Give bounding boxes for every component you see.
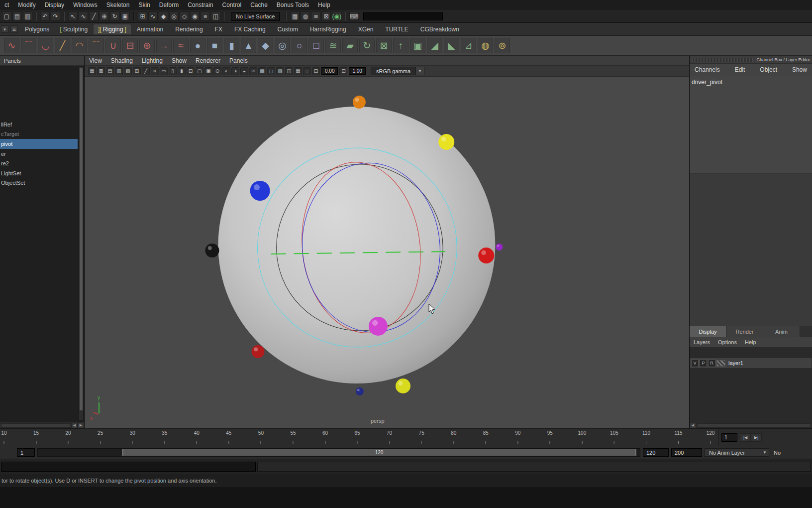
insert-knot-icon[interactable]: ⊕ [139, 38, 155, 53]
scrollbar-thumb[interactable] [80, 68, 83, 410]
shelf-tab[interactable]: FX Caching [228, 24, 272, 34]
shelf-tab[interactable]: FX [209, 24, 228, 34]
shelf-tab[interactable]: Polygons [19, 24, 55, 34]
outliner-item[interactable]: pivot [0, 139, 78, 149]
layer-editor-tab[interactable]: Display [690, 326, 726, 337]
animation-end-field[interactable]: 200 [671, 448, 702, 457]
gamma-icon[interactable]: ⊡ [339, 67, 347, 75]
timeline-tick[interactable]: 75 [419, 429, 424, 446]
outliner-item[interactable]: re2 [0, 158, 78, 168]
timeline-tick[interactable]: 35 [162, 429, 167, 446]
paint-weights-icon[interactable]: ⊚ [495, 38, 510, 53]
outliner-horizontal-scrollbar[interactable]: ◀ ▶ [0, 422, 84, 428]
move-tool-icon[interactable]: ⊕ [100, 11, 109, 21]
layer-playback-toggle[interactable]: P [700, 360, 707, 367]
layer-name[interactable]: layer1 [726, 360, 743, 366]
xray-icon[interactable]: ▨ [276, 67, 284, 75]
birail-icon[interactable]: ⊠ [376, 38, 392, 53]
select-camera-icon[interactable]: ▦ [88, 67, 96, 75]
snap-grid-icon[interactable]: ⊞ [138, 11, 147, 21]
safe-title-icon[interactable]: ▣ [204, 67, 212, 75]
no-live-surface-field[interactable]: No Live Surface [231, 12, 280, 21]
motion-blur-icon[interactable]: ≋ [249, 67, 257, 75]
camera-attributes-icon[interactable]: ▤ [106, 67, 114, 75]
attach-curves-icon[interactable]: ∪ [105, 38, 121, 53]
layer-color-swatch[interactable] [716, 360, 725, 367]
yellow-ball-top-right[interactable] [438, 134, 454, 150]
nurbs-sphere-icon[interactable]: ● [190, 38, 205, 53]
arc-two-point-icon[interactable]: ◠ [72, 38, 87, 53]
character-set-field[interactable]: No [772, 450, 811, 456]
outliner-item[interactable]: llRef [0, 120, 78, 129]
stitch-icon[interactable]: ⊿ [461, 38, 476, 53]
menubar-item[interactable]: Display [40, 1, 69, 8]
undo-icon[interactable]: ↶ [40, 11, 50, 21]
save-scene-icon[interactable]: ▥ [23, 11, 32, 21]
menubar-item[interactable]: ct [0, 1, 13, 8]
chevron-down-icon[interactable]: ▼ [761, 449, 769, 456]
lasso-tool-icon[interactable]: ∿ [79, 11, 88, 21]
shelf-tab[interactable]: TURTLE [379, 24, 414, 34]
layer-editor-menu-item[interactable]: Help [741, 339, 760, 345]
outliner-item[interactable]: ObjectSet [0, 178, 78, 188]
timeline-tick[interactable]: 20 [66, 429, 71, 446]
viewport-menu-item[interactable]: View [85, 57, 106, 64]
nurbs-cone-icon[interactable]: ▲ [241, 38, 256, 53]
offset-curve-icon[interactable]: ≈ [173, 38, 189, 53]
viewport-3d-scene[interactable] [85, 77, 689, 428]
extend-curve-icon[interactable]: → [156, 38, 172, 53]
gate-mask-icon[interactable]: ▮ [178, 67, 186, 75]
ambient-occlusion-icon[interactable]: ◒ [240, 67, 248, 75]
make-live-icon[interactable]: ◉ [190, 11, 200, 21]
two-d-pan-zoom-icon[interactable]: ⊞ [133, 67, 141, 75]
nurbs-plane-icon[interactable]: ◆ [258, 38, 273, 53]
ipr-render-icon[interactable]: ◍ [301, 11, 310, 21]
gamma-field[interactable]: 1.00 [349, 67, 365, 75]
detach-curves-icon[interactable]: ⊟ [122, 38, 138, 53]
menubar-item[interactable]: Help [313, 1, 335, 8]
timeline-tick[interactable]: 70 [387, 429, 392, 446]
timeline-tick[interactable]: 25 [98, 429, 103, 446]
image-plane-icon[interactable]: ▧ [124, 67, 132, 75]
scrollbar-track[interactable] [1, 423, 70, 428]
timeline-tick[interactable]: 90 [515, 429, 520, 446]
nurbs-cube-icon[interactable]: ■ [207, 38, 222, 53]
playback-range-bar[interactable]: 120 [122, 449, 636, 456]
viewport-menu-item[interactable]: Renderer [191, 57, 225, 64]
menubar-item[interactable]: Windows [69, 1, 102, 8]
timeline-tick[interactable]: 110 [642, 429, 650, 446]
cv-curve-tool-icon[interactable]: ∿ [4, 38, 19, 53]
go-to-start-button[interactable]: |◀ [740, 433, 751, 442]
textured-icon[interactable]: ▦ [294, 67, 302, 75]
shelf-tab-selector-icon[interactable]: ▾ [1, 25, 8, 33]
timeline-tick[interactable]: 30 [130, 429, 135, 446]
nurbs-cylinder-icon[interactable]: ▮ [224, 38, 239, 53]
snap-view-plane-icon[interactable]: ◇ [180, 11, 189, 21]
layer-row[interactable]: V P R layer1 [690, 358, 812, 368]
snap-point-icon[interactable]: ◆ [159, 11, 168, 21]
start-frame-field[interactable]: 1 [17, 448, 35, 457]
shelf-tab[interactable]: XGen [352, 24, 380, 34]
exposure-icon[interactable]: ⊡ [312, 67, 320, 75]
default-material-icon[interactable]: ◌ [303, 67, 311, 75]
selected-object-name[interactable]: driver_pivot [692, 79, 722, 86]
timeline-tick[interactable]: 45 [226, 429, 231, 446]
safe-action-icon[interactable]: ▢ [196, 67, 203, 75]
extrude-icon[interactable]: ↑ [393, 38, 408, 53]
layer-editor-menu-item[interactable]: Options [714, 339, 741, 345]
time-slider-track[interactable]: 10 15 20 25 30 [0, 429, 719, 446]
menubar-item[interactable]: Cache [246, 1, 272, 8]
redo-icon[interactable]: ↷ [51, 11, 60, 21]
layer-editor-menu-item[interactable]: Layers [690, 339, 714, 345]
timeline-tick[interactable]: 10 [1, 429, 6, 446]
render-setup-icon[interactable]: (◉) [332, 11, 341, 21]
timeline-tick[interactable]: 80 [451, 429, 456, 446]
new-scene-icon[interactable]: ▢ [2, 11, 11, 21]
menubar-item[interactable]: Skeleton [102, 1, 134, 8]
timeline-tick[interactable]: 60 [322, 429, 328, 446]
playback-end-field[interactable]: 120 [643, 448, 669, 457]
numeric-input-icon[interactable]: ⌨ [349, 11, 359, 21]
outliner-item[interactable]: er [0, 149, 78, 159]
scroll-left-arrow-icon[interactable]: ◀ [690, 423, 696, 428]
exposure-field[interactable]: 0.00 [321, 67, 338, 75]
